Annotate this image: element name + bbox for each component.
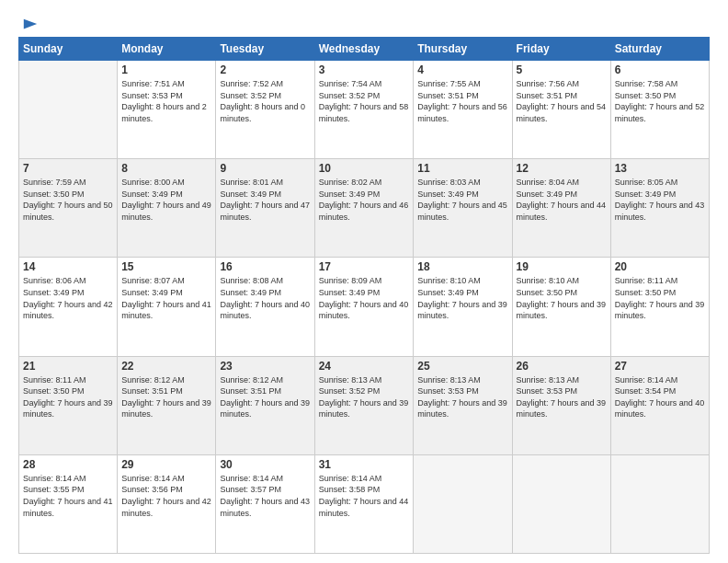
day-number: 23 <box>220 360 310 373</box>
calendar-day-cell: 4Sunrise: 7:55 AMSunset: 3:51 PMDaylight… <box>414 61 512 159</box>
day-info: Sunrise: 8:02 AMSunset: 3:49 PMDaylight:… <box>319 177 410 223</box>
day-number: 2 <box>220 63 310 76</box>
calendar-day-cell: 25Sunrise: 8:13 AMSunset: 3:53 PMDayligh… <box>414 356 512 454</box>
header <box>18 17 710 29</box>
calendar-day-cell <box>19 61 118 159</box>
day-number: 19 <box>517 260 607 273</box>
day-number: 22 <box>121 360 211 373</box>
day-info: Sunrise: 7:52 AMSunset: 3:52 PMDaylight:… <box>220 78 310 124</box>
day-number: 30 <box>220 458 310 471</box>
calendar-header-thursday: Thursday <box>414 38 512 61</box>
day-number: 4 <box>417 63 507 76</box>
calendar-day-cell: 31Sunrise: 8:14 AMSunset: 3:58 PMDayligh… <box>314 454 414 553</box>
day-number: 29 <box>121 458 211 471</box>
day-number: 18 <box>417 260 507 273</box>
day-number: 26 <box>517 360 607 373</box>
day-info: Sunrise: 8:12 AMSunset: 3:51 PMDaylight:… <box>121 374 211 420</box>
day-info: Sunrise: 8:14 AMSunset: 3:56 PMDaylight:… <box>121 473 211 519</box>
calendar-day-cell: 8Sunrise: 8:00 AMSunset: 3:49 PMDaylight… <box>118 159 216 258</box>
day-info: Sunrise: 8:13 AMSunset: 3:53 PMDaylight:… <box>517 374 607 420</box>
logo <box>18 17 39 29</box>
day-number: 31 <box>319 458 410 471</box>
calendar-day-cell: 5Sunrise: 7:56 AMSunset: 3:51 PMDaylight… <box>512 61 610 159</box>
day-info: Sunrise: 8:06 AMSunset: 3:49 PMDaylight:… <box>23 275 113 321</box>
calendar-day-cell: 6Sunrise: 7:58 AMSunset: 3:50 PMDaylight… <box>610 61 709 159</box>
calendar-header-row: SundayMondayTuesdayWednesdayThursdayFrid… <box>19 38 710 61</box>
calendar-day-cell: 14Sunrise: 8:06 AMSunset: 3:49 PMDayligh… <box>19 258 118 356</box>
calendar-day-cell <box>610 454 709 553</box>
day-info: Sunrise: 8:13 AMSunset: 3:52 PMDaylight:… <box>319 374 410 420</box>
calendar-day-cell: 17Sunrise: 8:09 AMSunset: 3:49 PMDayligh… <box>314 258 414 356</box>
day-info: Sunrise: 8:00 AMSunset: 3:49 PMDaylight:… <box>121 177 211 223</box>
calendar-header-friday: Friday <box>512 38 610 61</box>
day-info: Sunrise: 8:07 AMSunset: 3:49 PMDaylight:… <box>121 275 211 321</box>
calendar-day-cell: 23Sunrise: 8:12 AMSunset: 3:51 PMDayligh… <box>216 356 314 454</box>
calendar-header-wednesday: Wednesday <box>314 38 414 61</box>
calendar-week-row: 7Sunrise: 7:59 AMSunset: 3:50 PMDaylight… <box>19 159 710 258</box>
day-info: Sunrise: 7:58 AMSunset: 3:50 PMDaylight:… <box>615 78 705 124</box>
calendar-header-sunday: Sunday <box>19 38 118 61</box>
day-number: 28 <box>23 458 113 471</box>
day-number: 15 <box>121 260 211 273</box>
calendar-day-cell: 9Sunrise: 8:01 AMSunset: 3:49 PMDaylight… <box>216 159 314 258</box>
day-number: 14 <box>23 260 113 273</box>
day-number: 7 <box>23 162 113 175</box>
calendar-day-cell <box>512 454 610 553</box>
day-number: 27 <box>615 360 705 373</box>
day-info: Sunrise: 8:03 AMSunset: 3:49 PMDaylight:… <box>417 177 507 223</box>
day-info: Sunrise: 8:14 AMSunset: 3:55 PMDaylight:… <box>23 473 113 519</box>
day-info: Sunrise: 8:11 AMSunset: 3:50 PMDaylight:… <box>23 374 113 420</box>
calendar-day-cell: 2Sunrise: 7:52 AMSunset: 3:52 PMDaylight… <box>216 61 314 159</box>
day-number: 5 <box>517 63 607 76</box>
day-info: Sunrise: 8:14 AMSunset: 3:57 PMDaylight:… <box>220 473 310 519</box>
day-info: Sunrise: 8:13 AMSunset: 3:53 PMDaylight:… <box>417 374 507 420</box>
calendar-day-cell: 7Sunrise: 7:59 AMSunset: 3:50 PMDaylight… <box>19 159 118 258</box>
day-info: Sunrise: 7:54 AMSunset: 3:52 PMDaylight:… <box>319 78 410 124</box>
calendar-day-cell: 27Sunrise: 8:14 AMSunset: 3:54 PMDayligh… <box>610 356 709 454</box>
calendar-day-cell: 30Sunrise: 8:14 AMSunset: 3:57 PMDayligh… <box>216 454 314 553</box>
logo-flag-icon <box>22 17 39 33</box>
calendar-header-tuesday: Tuesday <box>216 38 314 61</box>
calendar-day-cell: 20Sunrise: 8:11 AMSunset: 3:50 PMDayligh… <box>610 258 709 356</box>
day-number: 9 <box>220 162 310 175</box>
calendar-week-row: 1Sunrise: 7:51 AMSunset: 3:53 PMDaylight… <box>19 61 710 159</box>
calendar-day-cell: 26Sunrise: 8:13 AMSunset: 3:53 PMDayligh… <box>512 356 610 454</box>
calendar-day-cell: 28Sunrise: 8:14 AMSunset: 3:55 PMDayligh… <box>19 454 118 553</box>
day-info: Sunrise: 7:51 AMSunset: 3:53 PMDaylight:… <box>121 78 211 124</box>
day-info: Sunrise: 8:09 AMSunset: 3:49 PMDaylight:… <box>319 275 410 321</box>
day-info: Sunrise: 7:55 AMSunset: 3:51 PMDaylight:… <box>417 78 507 124</box>
day-number: 12 <box>517 162 607 175</box>
day-info: Sunrise: 8:11 AMSunset: 3:50 PMDaylight:… <box>615 275 705 321</box>
day-info: Sunrise: 8:01 AMSunset: 3:49 PMDaylight:… <box>220 177 310 223</box>
day-number: 11 <box>417 162 507 175</box>
calendar-day-cell: 13Sunrise: 8:05 AMSunset: 3:49 PMDayligh… <box>610 159 709 258</box>
calendar-day-cell: 22Sunrise: 8:12 AMSunset: 3:51 PMDayligh… <box>118 356 216 454</box>
day-number: 20 <box>615 260 705 273</box>
day-number: 16 <box>220 260 310 273</box>
day-number: 1 <box>121 63 211 76</box>
day-number: 8 <box>121 162 211 175</box>
day-number: 10 <box>319 162 410 175</box>
day-info: Sunrise: 8:04 AMSunset: 3:49 PMDaylight:… <box>517 177 607 223</box>
day-number: 17 <box>319 260 410 273</box>
day-info: Sunrise: 8:08 AMSunset: 3:49 PMDaylight:… <box>220 275 310 321</box>
day-number: 25 <box>417 360 507 373</box>
day-number: 13 <box>615 162 705 175</box>
calendar-day-cell: 16Sunrise: 8:08 AMSunset: 3:49 PMDayligh… <box>216 258 314 356</box>
calendar-week-row: 21Sunrise: 8:11 AMSunset: 3:50 PMDayligh… <box>19 356 710 454</box>
day-info: Sunrise: 8:14 AMSunset: 3:54 PMDaylight:… <box>615 374 705 420</box>
day-info: Sunrise: 8:14 AMSunset: 3:58 PMDaylight:… <box>319 473 410 519</box>
calendar-day-cell: 12Sunrise: 8:04 AMSunset: 3:49 PMDayligh… <box>512 159 610 258</box>
calendar-header-saturday: Saturday <box>610 38 709 61</box>
calendar-day-cell: 3Sunrise: 7:54 AMSunset: 3:52 PMDaylight… <box>314 61 414 159</box>
svg-marker-0 <box>24 19 37 29</box>
calendar-week-row: 14Sunrise: 8:06 AMSunset: 3:49 PMDayligh… <box>19 258 710 356</box>
calendar-header-monday: Monday <box>118 38 216 61</box>
calendar-day-cell: 11Sunrise: 8:03 AMSunset: 3:49 PMDayligh… <box>414 159 512 258</box>
calendar-day-cell: 29Sunrise: 8:14 AMSunset: 3:56 PMDayligh… <box>118 454 216 553</box>
calendar-day-cell: 10Sunrise: 8:02 AMSunset: 3:49 PMDayligh… <box>314 159 414 258</box>
day-info: Sunrise: 8:12 AMSunset: 3:51 PMDaylight:… <box>220 374 310 420</box>
calendar-week-row: 28Sunrise: 8:14 AMSunset: 3:55 PMDayligh… <box>19 454 710 553</box>
day-number: 24 <box>319 360 410 373</box>
day-number: 6 <box>615 63 705 76</box>
